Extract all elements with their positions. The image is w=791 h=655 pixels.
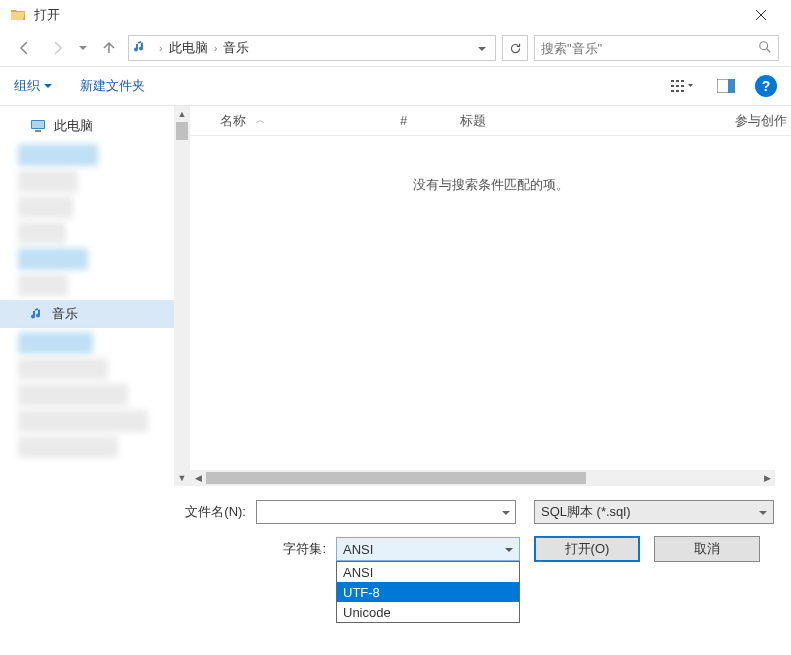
charset-option-utf8[interactable]: UTF-8 [337, 582, 519, 602]
svg-rect-13 [32, 121, 44, 128]
scroll-right-icon[interactable]: ▶ [759, 470, 775, 486]
charset-dropdown: ANSI UTF-8 Unicode [336, 561, 520, 623]
close-button[interactable] [741, 0, 781, 30]
tree-label: 此电脑 [54, 117, 93, 135]
svg-rect-5 [676, 85, 679, 87]
music-icon [133, 40, 149, 56]
filetype-value: SQL脚本 (*.sql) [541, 503, 631, 521]
window-title: 打开 [34, 6, 741, 24]
open-button[interactable]: 打开(O) [534, 536, 640, 562]
chevron-right-icon: › [155, 42, 167, 54]
new-folder-button[interactable]: 新建文件夹 [80, 77, 145, 95]
horizontal-scrollbar[interactable]: ◀ ▶ [190, 470, 775, 486]
empty-message: 没有与搜索条件匹配的项。 [190, 136, 791, 234]
column-name[interactable]: 名称 ︿ [210, 112, 390, 130]
scroll-down-icon[interactable]: ▼ [174, 470, 190, 486]
navigation-tree: 此电脑 音乐 ▲ ▼ [0, 106, 190, 486]
search-icon[interactable] [758, 40, 772, 57]
filename-combobox[interactable] [256, 500, 516, 524]
svg-rect-1 [671, 80, 674, 82]
svg-rect-11 [728, 79, 735, 93]
chevron-down-icon[interactable] [497, 505, 515, 520]
svg-rect-6 [681, 85, 684, 87]
chevron-down-icon [759, 505, 767, 520]
breadcrumb-root[interactable]: 此电脑 [167, 39, 210, 57]
chevron-right-icon: › [210, 42, 222, 54]
up-button[interactable] [96, 35, 122, 61]
charset-label: 字符集: [16, 540, 336, 558]
folder-open-icon [10, 7, 26, 23]
breadcrumb-current[interactable]: 音乐 [221, 39, 251, 57]
svg-rect-14 [35, 130, 41, 132]
monitor-icon [30, 119, 46, 133]
svg-point-0 [760, 41, 768, 49]
filename-label: 文件名(N): [16, 503, 256, 521]
sidebar-scrollbar[interactable]: ▲ ▼ [174, 106, 190, 486]
column-contrib[interactable]: 参与创作 [650, 112, 791, 130]
scroll-up-icon[interactable]: ▲ [174, 106, 190, 122]
scroll-left-icon[interactable]: ◀ [190, 470, 206, 486]
charset-option-unicode[interactable]: Unicode [337, 602, 519, 622]
organize-label: 组织 [14, 77, 40, 95]
music-icon [30, 307, 44, 321]
chevron-down-icon [505, 542, 513, 557]
tree-label: 音乐 [52, 305, 78, 323]
charset-select[interactable]: ANSI [336, 537, 520, 561]
column-headers: 名称 ︿ # 标题 参与创作 [190, 106, 791, 136]
filetype-select[interactable]: SQL脚本 (*.sql) [534, 500, 774, 524]
search-box[interactable] [534, 35, 779, 61]
filename-input[interactable] [257, 505, 497, 520]
cancel-button[interactable]: 取消 [654, 536, 760, 562]
charset-value: ANSI [343, 542, 373, 557]
view-options-button[interactable] [667, 74, 697, 98]
tree-item-music[interactable]: 音乐 [0, 300, 190, 328]
help-button[interactable]: ? [755, 75, 777, 97]
svg-rect-3 [681, 80, 684, 82]
refresh-button[interactable] [502, 35, 528, 61]
address-bar[interactable]: › 此电脑 › 音乐 [128, 35, 496, 61]
svg-rect-8 [676, 90, 679, 92]
recent-dropdown[interactable] [76, 35, 90, 61]
sort-caret-icon: ︿ [256, 114, 265, 127]
charset-option-ansi[interactable]: ANSI [337, 562, 519, 582]
svg-rect-2 [676, 80, 679, 82]
address-dropdown[interactable] [473, 41, 491, 56]
svg-rect-4 [671, 85, 674, 87]
back-button[interactable] [12, 35, 38, 61]
svg-rect-9 [681, 90, 684, 92]
scroll-thumb[interactable] [206, 472, 586, 484]
forward-button[interactable] [44, 35, 70, 61]
column-number[interactable]: # [390, 113, 450, 128]
tree-item-this-pc[interactable]: 此电脑 [0, 112, 190, 140]
organize-menu[interactable]: 组织 [14, 77, 52, 95]
search-input[interactable] [541, 41, 758, 56]
preview-pane-button[interactable] [711, 74, 741, 98]
svg-rect-7 [671, 90, 674, 92]
column-title[interactable]: 标题 [450, 112, 650, 130]
scroll-thumb[interactable] [176, 122, 188, 140]
